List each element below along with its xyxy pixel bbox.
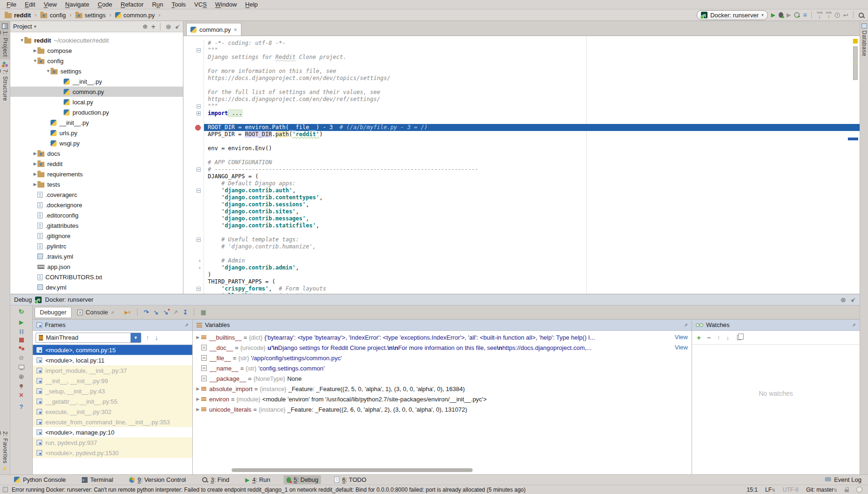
tool-button-1-project[interactable]: 1: Project [0, 21, 10, 59]
line-ending-select[interactable]: LF⇅ [765, 487, 775, 493]
gutter[interactable] [183, 201, 204, 208]
unlock-icon[interactable] [845, 489, 849, 492]
view-link[interactable]: View [672, 334, 688, 341]
menu-navigate[interactable]: Navigate [61, 0, 93, 9]
tool-button-find[interactable]: 3: Find [199, 475, 232, 484]
step-over-button[interactable] [144, 309, 149, 316]
view-breakpoints-button[interactable] [19, 346, 22, 349]
menu-view[interactable]: View [40, 0, 60, 9]
caret-position[interactable]: 15:1 [747, 487, 758, 493]
gutter[interactable] [183, 103, 204, 110]
tree-item-gitattributes[interactable]: .gitattributes [10, 220, 183, 231]
frame-row[interactable]: <module>, manage.py:10 [33, 427, 192, 437]
chevron-down-icon[interactable]: ▼ [131, 333, 141, 342]
gutter[interactable] [183, 271, 204, 278]
tree-collapsed-icon[interactable]: ▶ [33, 182, 37, 187]
horizontal-scrollbar-thumb[interactable] [232, 468, 473, 472]
variable-row-name[interactable]: __name__={str}'config.settings.common' [193, 363, 692, 373]
gutter[interactable] [183, 54, 204, 61]
variable-row-absolute-import[interactable]: ▶absolute_import={instance}_Feature: _Fe… [193, 384, 692, 394]
help-button[interactable] [20, 403, 23, 410]
tree-item-contributors-txt[interactable]: CONTRIBUTORS.txt [10, 272, 183, 282]
variable-row-builtins[interactable]: ▶__builtins__={dict}{'bytearray': <type … [193, 332, 692, 342]
frame-row[interactable]: __init__, __init__.py:99 [33, 376, 192, 386]
tree-collapsed-icon[interactable]: ▶ [33, 151, 37, 156]
gutter[interactable] [183, 75, 204, 82]
gutter[interactable] [183, 236, 204, 243]
close-icon[interactable]: × [233, 26, 237, 33]
variable-row-environ[interactable]: ▶environ={module}<module 'environ' from … [193, 394, 692, 404]
frame-row[interactable]: execute, __init__.py:302 [33, 407, 192, 417]
gutter[interactable] [183, 292, 204, 294]
tool-button-terminal[interactable]: Terminal [79, 475, 116, 484]
breadcrumb-settings[interactable]: settings [74, 12, 107, 19]
gutter[interactable] [183, 250, 204, 257]
menu-code[interactable]: Code [94, 0, 116, 9]
tree-item-tests[interactable]: ▶tests [10, 179, 183, 189]
tool-button-todo[interactable]: 6: TODO [331, 475, 369, 484]
gutter[interactable] [183, 278, 204, 285]
hide-button[interactable] [175, 23, 180, 30]
gutter[interactable] [183, 152, 204, 159]
gutter[interactable]: ∧ [183, 257, 204, 264]
duplicate-button[interactable] [737, 335, 741, 340]
menu-run[interactable]: Run [148, 0, 167, 9]
breadcrumb-reddit[interactable]: reddit [4, 12, 32, 19]
rerun-button[interactable] [19, 308, 24, 315]
run-configuration-select[interactable]: Docker: runserver ▾ [697, 10, 768, 20]
variable-row-doc[interactable]: __doc__={unicode}u'\nDjango settings for… [193, 342, 692, 353]
fold-expand-icon[interactable] [197, 111, 201, 116]
tree-item-config[interactable]: ▼config [10, 56, 183, 66]
variable-row-file[interactable]: __file__={str}'/app/config/settings/comm… [193, 353, 692, 363]
gutter[interactable] [183, 145, 204, 152]
fold-marker-icon[interactable] [197, 167, 201, 172]
gutter[interactable] [183, 194, 204, 201]
run-button[interactable] [771, 12, 775, 18]
hide-button[interactable] [851, 296, 856, 303]
step-out-button[interactable] [173, 309, 178, 316]
frame-row[interactable]: <module>, local.py:11 [33, 355, 192, 365]
inspections-profile-icon[interactable] [856, 487, 862, 493]
restore-layout-button[interactable] [19, 365, 24, 369]
tree-expanded-icon[interactable]: ▼ [20, 38, 24, 43]
resume-button[interactable] [19, 319, 23, 326]
frame-row[interactable]: <module>, common.py:15 [33, 345, 192, 355]
tool-button-7-structure[interactable]: 7: Structure [0, 59, 10, 103]
editor-tab-common-py[interactable]: common.py × [186, 23, 241, 36]
tree-item-local-py[interactable]: local.py [10, 97, 183, 107]
add-watch-button[interactable] [697, 334, 701, 341]
settings-button[interactable] [166, 23, 171, 30]
tree-item-wsgi-py[interactable]: wsgi.py [10, 138, 183, 148]
tree-collapsed-icon[interactable]: ▶ [33, 161, 37, 166]
tree-item-production-py[interactable]: production.py [10, 107, 183, 117]
gutter[interactable] [183, 173, 204, 180]
gutter[interactable] [183, 159, 204, 166]
breadcrumb-config[interactable]: config [39, 12, 67, 19]
frame-row[interactable]: __getattr__, __init__.py:55 [33, 396, 192, 407]
gutter[interactable] [183, 89, 204, 96]
tool-button-2-favorites[interactable]: 2: Favorites [0, 429, 10, 474]
frame-row[interactable]: _setup, __init__.py:43 [33, 386, 192, 396]
menu-edit[interactable]: Edit [21, 0, 39, 9]
tree-item-reddit[interactable]: ▼reddit~/cookiecutter/reddit [10, 35, 183, 45]
expand-arrow-icon[interactable]: ▶ [195, 397, 201, 401]
tree-item-coveragerc[interactable]: .coveragerc [10, 189, 183, 200]
tree-expanded-icon[interactable]: ▼ [33, 58, 37, 63]
tree-item-requirements[interactable]: ▶requirements [10, 169, 183, 179]
run-to-cursor-button[interactable] [183, 309, 188, 316]
gutter[interactable] [183, 82, 204, 89]
variable-row-unicode-literals[interactable]: ▶unicode_literals={instance}_Feature: _F… [193, 404, 692, 414]
tree-item-dev-yml[interactable]: dev.yml [10, 282, 183, 292]
gutter[interactable] [183, 117, 204, 124]
frame-row[interactable]: execute_from_command_line, __init__.py:3… [33, 417, 192, 427]
gutter[interactable] [183, 96, 204, 103]
editor-scrollbar[interactable] [853, 36, 858, 294]
breakpoint-icon[interactable] [195, 125, 201, 131]
tree-item-pylintrc[interactable]: .pylintrc [10, 241, 183, 251]
gutter[interactable] [183, 110, 204, 117]
git-branch-select[interactable]: Git: master⇅ [806, 487, 837, 493]
evaluate-expression-button[interactable] [200, 309, 206, 316]
gutter[interactable] [183, 124, 204, 131]
gutter[interactable]: ∧ [183, 264, 204, 271]
tree-item-travis-yml[interactable]: .travis.yml [10, 251, 183, 262]
